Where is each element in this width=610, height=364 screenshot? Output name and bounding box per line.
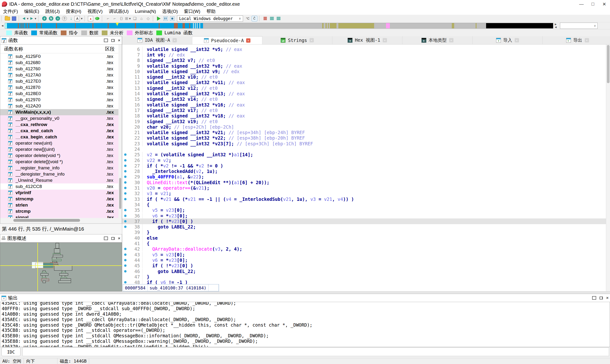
tab-strings[interactable]: abStrings✕ <box>262 36 332 44</box>
code-line[interactable]: 20char v20; // [esp+2Ch] [ebp-2Ch] <box>122 124 606 130</box>
code-line[interactable]: 29sub_40FFF0(a1, &v22); <box>122 174 606 180</box>
function-row[interactable]: f__cxa_end_catch.tex <box>0 128 122 134</box>
minimize-button[interactable]: — <box>576 0 587 8</box>
enum-tool-button[interactable]: ⌐ <box>112 16 118 21</box>
menu-item-debugger[interactable]: 调试器(U) <box>105 8 131 14</box>
navband-strip[interactable] <box>5 23 553 29</box>
column-header-name[interactable]: 函数名称 <box>0 46 105 52</box>
horizontal-splitter[interactable] <box>0 291 610 294</box>
code-line[interactable]: 42 QArrayData::deallocate(v3, 2, 4); <box>122 246 606 252</box>
code-line[interactable]: 32v3 = v21; <box>122 191 606 196</box>
function-row[interactable]: f_Unwind_Resume.tex <box>0 177 122 183</box>
debugger-pause-button[interactable] <box>163 16 169 21</box>
debugger-selector[interactable]: Local Windows debugger∨ <box>177 15 243 22</box>
code-line[interactable]: 21volatile signed __int32 *v21; // [esp+… <box>122 130 606 135</box>
debugger-start-button[interactable] <box>156 16 162 21</box>
function-row[interactable]: f__cxa_begin_catch.tex <box>0 134 122 140</box>
menu-item-jump[interactable]: 跳转(J) <box>42 8 63 14</box>
jump-name-button[interactable]: N <box>48 16 54 21</box>
pseudocode-view[interactable]: 6volatile signed __int32 *v5; // eax7int… <box>122 45 610 291</box>
menu-item-help[interactable]: 帮助 <box>204 8 219 14</box>
cascade-panel-icon[interactable] <box>111 237 115 240</box>
code-line[interactable]: 41{ <box>122 241 606 246</box>
tab-close-icon[interactable]: ✕ <box>383 38 387 42</box>
code-line[interactable]: 8signed __int32 v7; // et0 <box>122 58 606 63</box>
tab-close-icon[interactable]: ✕ <box>172 38 177 42</box>
code-line[interactable]: 36 v6 = *v23[0]; <box>122 213 606 219</box>
function-row[interactable]: f__register_frame_info.tex <box>0 165 122 171</box>
function-row[interactable]: fsub_412CC8.tex <box>0 183 122 190</box>
code-line[interactable]: 37 if ( !*v23[0] ) <box>122 219 606 224</box>
navigate-back-button[interactable]: ◄▼ <box>22 16 29 21</box>
tab-hex-视图-1[interactable]: 0Hex 视图-1✕ <box>332 36 402 44</box>
menu-item-file[interactable]: 文件(F) <box>0 8 21 14</box>
code-line[interactable]: 31v20 = operator==(&v21); <box>122 185 606 191</box>
code-line[interactable]: 17signed __int32 v17; // et0 <box>122 107 606 113</box>
output-log[interactable]: 435AEC: using guessed type int __cdecl Q… <box>0 302 610 347</box>
function-row[interactable]: foperator delete(void *).tex <box>0 153 122 159</box>
functions-horizontal-scrollbar[interactable] <box>0 218 122 224</box>
function-row[interactable]: fsub_412870.tex <box>0 84 122 91</box>
list2-button[interactable] <box>269 16 275 21</box>
code-line[interactable]: 14volatile signed __int32 *v13; // eax <box>122 91 606 96</box>
code-line[interactable]: 26v22 = v2; <box>122 157 606 163</box>
tab-close-icon[interactable]: ✕ <box>246 38 250 43</box>
code-vertical-scrollbar[interactable] <box>606 45 610 291</box>
cli-input[interactable] <box>22 348 609 356</box>
run-analysis-button[interactable] <box>94 16 100 21</box>
code-line[interactable]: 43 v5 = v23[0]; <box>122 252 606 257</box>
close-panel-icon[interactable]: × <box>606 296 609 300</box>
list3-button[interactable] <box>275 16 282 21</box>
code-line[interactable]: 45 if ( !*v23[0] ) <box>122 263 606 269</box>
code-line[interactable]: 13signed __int32 v12; // et0 <box>122 85 606 91</box>
cascade-panel-icon[interactable] <box>599 297 603 299</box>
function-row[interactable]: fstrcmp.tex <box>0 208 122 214</box>
shape-tool-button[interactable]: ⌂ <box>138 16 145 21</box>
jump-down-button[interactable]: ↓ <box>68 16 74 21</box>
code-line[interactable]: 6volatile signed __int32 *v5; // eax <box>122 46 606 52</box>
code-line[interactable]: 46 goto LABEL_22; <box>122 269 606 274</box>
function-row[interactable]: fvfprintf.tex <box>0 190 122 196</box>
tab-导出[interactable]: ►导出✕ <box>543 36 610 44</box>
jump-segment-button[interactable]: ≡ <box>54 16 61 21</box>
code-line[interactable]: 15signed __int32 v14; // et0 <box>122 96 606 102</box>
rename-button[interactable]: A▼ <box>75 16 83 21</box>
function-row[interactable]: fsub_412A20.tex <box>0 103 122 109</box>
function-row[interactable]: fsub_412970.tex <box>0 97 122 103</box>
idc-tab-button[interactable]: IDC <box>1 348 21 356</box>
menu-item-lumina[interactable]: Lumina(N) <box>132 9 159 14</box>
refresh-c-button[interactable]: C̃ <box>251 16 258 21</box>
code-line[interactable]: 24 <box>122 146 606 152</box>
function-row[interactable]: fWinMain(x,x,x,x).tex <box>0 109 122 115</box>
function-row[interactable]: fsub_4127A0.tex <box>0 72 122 78</box>
tab-close-icon[interactable]: ✕ <box>310 38 314 42</box>
jump-address-button[interactable]: # <box>41 16 47 21</box>
function-row[interactable]: fstrlen.tex <box>0 202 122 208</box>
code-line[interactable]: 35 v5 = v23[0]; <box>122 208 606 213</box>
code-line[interactable]: 33if ( *v21 && (*v21 == -1 || (v4 = _Int… <box>122 196 606 202</box>
tab-本地类型[interactable]: 0本地类型✕ <box>402 36 472 44</box>
tab-导入[interactable]: ◄导入✕ <box>472 36 543 44</box>
code-line[interactable]: 22volatile signed __int32 *v22; // [esp+… <box>122 135 606 141</box>
menu-item-windows[interactable]: 窗口(W) <box>181 8 204 14</box>
code-line[interactable]: 23volatile signed __int32 *v23[7]; // [e… <box>122 141 606 146</box>
tile-tool-button[interactable]: ❏ <box>132 16 138 21</box>
tab-ida-视图-a[interactable]: ≡IDA 视图-A✕ <box>122 36 192 44</box>
function-row[interactable]: fsub_4127E0.tex <box>0 78 122 84</box>
code-line[interactable]: 38 goto LABEL_22; <box>122 224 606 230</box>
menu-item-options[interactable]: 选项(O) <box>159 8 181 14</box>
attach-c-button[interactable]: °C <box>245 16 251 21</box>
jump-problem-button[interactable]: ? <box>61 16 67 21</box>
tab-close-icon[interactable]: ✕ <box>585 38 589 42</box>
save-button[interactable] <box>11 16 17 21</box>
code-line[interactable]: 19signed __int32 v19; // et0 <box>122 119 606 124</box>
menu-item-search[interactable]: 搜索(H) <box>63 8 84 14</box>
code-line[interactable]: 10volatile signed __int32 v9; // edx <box>122 69 606 74</box>
code-line[interactable]: 34{ <box>122 202 606 207</box>
maximize-button[interactable]: □ <box>587 0 598 8</box>
menu-item-edit[interactable]: 编辑(E) <box>21 8 42 14</box>
code-line[interactable]: 25v2 = (volatile signed __int32 *)a1[14]… <box>122 152 606 157</box>
code-line[interactable]: 30QLineEdit::text(*(QLineEdit **)(a1[6] … <box>122 180 606 185</box>
struct-tool-button[interactable]: ⌐ <box>105 16 111 21</box>
code-line[interactable]: 12volatile signed __int32 *v11; // eax <box>122 80 606 85</box>
